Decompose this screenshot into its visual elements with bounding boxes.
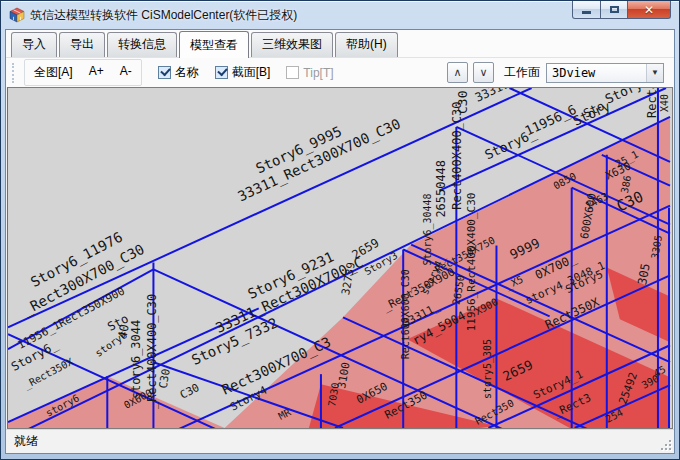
zoom-out-button[interactable]: A- — [112, 61, 140, 84]
name-checkbox[interactable]: 名称 — [158, 64, 199, 81]
name-checkbox-box[interactable] — [158, 66, 171, 79]
model-member-label: 26550448 — [434, 160, 448, 218]
tip-checkbox[interactable]: Tip[T] — [286, 64, 333, 81]
section-checkbox-label: 截面[B] — [232, 64, 271, 81]
status-bar: 就绪 — [6, 429, 674, 453]
model-member-label: _Rect400X400_C30 — [145, 294, 159, 409]
section-checkbox[interactable]: 截面[B] — [215, 64, 271, 81]
model-member-label: X40 — [659, 94, 670, 112]
toolbar: 全图[A]A+A- 名称截面[B]Tip[T] ∧ ∨ 工作面 3Dview ▼ — [6, 57, 674, 87]
workplane-label: 工作面 — [504, 64, 540, 81]
zoom-in-button[interactable]: A+ — [81, 61, 112, 84]
window-controls: ✕ — [572, 1, 671, 19]
status-text: 就绪 — [14, 433, 38, 450]
model-member-label: story6_3044 — [129, 320, 143, 399]
app-window: 筑信达模型转换软件 CiSModelCenter(软件已授权) ✕ 导入导出转换… — [0, 0, 680, 460]
close-button[interactable]: ✕ — [628, 1, 671, 19]
name-checkbox-label: 名称 — [175, 64, 199, 81]
model-member-label: Rect400X400_C30 — [450, 102, 464, 210]
model-member-label: story5_305 — [482, 339, 494, 399]
minimize-icon — [582, 11, 591, 14]
app-icon — [9, 7, 25, 23]
client-area: 导入导出转换信息模型查看三维效果图帮助(H) 全图[A]A+A- 名称截面[B]… — [5, 29, 675, 454]
close-icon: ✕ — [644, 3, 654, 17]
combo-dropdown-icon[interactable]: ▼ — [646, 64, 663, 82]
workplane-value: 3Dview — [547, 66, 646, 80]
tab-help[interactable]: 帮助(H) — [335, 32, 398, 57]
window-title: 筑信达模型转换软件 CiSModelCenter(软件已授权) — [30, 7, 297, 24]
minimize-button[interactable] — [572, 1, 601, 19]
display-option-checkboxes: 名称截面[B]Tip[T] — [142, 64, 334, 81]
model-member-label: Story6_30448 — [422, 193, 434, 265]
tab-model-view[interactable]: 模型查看 — [179, 31, 249, 58]
model-member-label: Rect40 — [645, 88, 659, 118]
story-down-button[interactable]: ∨ — [473, 62, 494, 83]
model-viewport[interactable]: Story6_999533311_Rect300X700_C30Story6_1… — [7, 87, 673, 429]
view-button-group: 全图[A]A+A- — [24, 59, 142, 86]
tab-import[interactable]: 导入 — [11, 32, 57, 57]
model-3d-scene[interactable]: Story6_999533311_Rect300X700_C30Story6_1… — [8, 88, 672, 428]
tab-export[interactable]: 导出 — [59, 32, 105, 57]
maximize-button[interactable] — [601, 1, 628, 19]
model-member-label: Rect600X600_C30 — [400, 269, 412, 359]
tab-3d-render[interactable]: 三维效果图 — [251, 32, 333, 57]
tip-checkbox-label: Tip[T] — [303, 66, 333, 80]
tip-checkbox-box[interactable] — [286, 66, 299, 79]
story-up-button[interactable]: ∧ — [447, 62, 468, 83]
tab-conversion-info[interactable]: 转换信息 — [107, 32, 177, 57]
tab-bar: 导入导出转换信息模型查看三维效果图帮助(H) — [6, 30, 674, 57]
maximize-icon — [610, 6, 619, 13]
toolbar-grip-icon[interactable] — [12, 63, 18, 83]
workplane-combobox[interactable]: 3Dview ▼ — [546, 63, 664, 83]
fit-all-button[interactable]: 全图[A] — [26, 61, 81, 84]
resize-grip[interactable] — [658, 437, 672, 451]
section-checkbox-box[interactable] — [215, 66, 228, 79]
model-member-label: C30 — [455, 91, 470, 114]
